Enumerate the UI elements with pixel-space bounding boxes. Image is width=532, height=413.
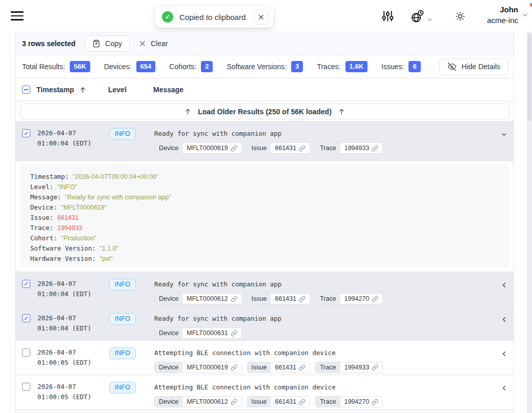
column-header-level[interactable]: Level xyxy=(108,86,153,94)
close-icon xyxy=(258,14,264,20)
link-icon xyxy=(372,145,378,152)
device-chip[interactable]: DeviceMFLT0000612 xyxy=(154,293,242,304)
hamburger-menu-icon[interactable] xyxy=(11,11,24,20)
globe-clock-icon xyxy=(411,10,425,23)
link-icon xyxy=(231,330,237,337)
device-chip[interactable]: DeviceMFLT0000619 xyxy=(154,142,242,154)
load-older-container: Load Older Results (250 of 56K loaded) xyxy=(16,101,514,121)
stat-badge: 2 xyxy=(201,61,213,72)
column-header-message[interactable]: Message xyxy=(153,86,507,94)
top-bar: ✓ Copied to clipboard. xyxy=(0,0,532,32)
row-checkbox[interactable]: ✓ xyxy=(22,280,30,288)
stat-software-versions: Software Versions: 3 xyxy=(227,61,303,72)
toast-close-button[interactable] xyxy=(254,10,269,25)
timezone-selector[interactable] xyxy=(411,10,433,23)
check-circle-icon: ✓ xyxy=(162,11,173,23)
stat-badge: 1.6K xyxy=(345,61,367,72)
row-checkbox[interactable] xyxy=(22,348,30,357)
column-header-timestamp[interactable]: Timestamp xyxy=(36,86,108,94)
detail-line: Issue: 661431 xyxy=(30,213,499,223)
row-timestamp: 2026-04-0701:00:04 (EDT) xyxy=(37,279,109,306)
copy-button[interactable]: Copy xyxy=(85,35,130,52)
chip-row: DeviceMFLT0000631 xyxy=(154,327,497,339)
link-icon xyxy=(231,296,237,302)
chevron-left-icon xyxy=(500,350,508,358)
row-timestamp: 2026-04-0701:00:04 (EDT) xyxy=(37,313,109,340)
table-row[interactable]: ✓ 2026-04-0701:00:04 (EDT) INFO Ready fo… xyxy=(16,272,514,306)
arrow-up-icon xyxy=(184,108,192,115)
load-older-results-button[interactable]: Load Older Results (250 of 56K loaded) xyxy=(20,104,509,119)
detail-line: Device: "MFLT0000619" xyxy=(30,202,499,213)
link-icon xyxy=(231,145,237,152)
hide-details-button[interactable]: Hide Details xyxy=(439,58,508,75)
link-icon xyxy=(299,364,305,371)
log-message: Ready for sync with companion app xyxy=(154,128,497,138)
trace-chip[interactable]: Trace1994933 xyxy=(315,362,383,373)
device-chip[interactable]: DeviceMFLT0000619 xyxy=(154,362,242,373)
table-row[interactable]: ✓ 2026-04-0701:00:04 (EDT) INFO Ready fo… xyxy=(16,306,514,340)
user-menu[interactable]: John acme-inc xyxy=(487,5,529,25)
sort-ascending-icon xyxy=(79,86,87,94)
device-chip[interactable]: DeviceMFLT0000612 xyxy=(154,396,242,407)
detail-line: Hardware Version: "pvt" xyxy=(30,254,499,264)
table-row[interactable]: 2026-04-0701:00:05 (EDT) INFO Attempting… xyxy=(16,340,514,375)
level-badge: INFO xyxy=(109,382,136,394)
detail-line: Level: "INFO" xyxy=(30,182,499,192)
stat-total-results: Total Results: 56K xyxy=(22,61,90,72)
trace-chip[interactable]: Trace1994270 xyxy=(315,396,383,407)
log-message: Ready for sync with companion app xyxy=(154,313,497,323)
issue-chip[interactable]: Issue661431 xyxy=(247,142,311,154)
detail-line: Trace: 1994933 xyxy=(30,223,499,233)
expand-row-button[interactable] xyxy=(497,279,510,306)
select-all-checkbox[interactable] xyxy=(22,86,30,94)
issue-chip[interactable]: Issue661431 xyxy=(247,396,311,407)
issue-chip[interactable]: Issue661431 xyxy=(247,362,311,373)
table-row[interactable]: 2026-04-0701:00:05 (EDT) INFO Attempting… xyxy=(16,375,514,409)
chevron-left-icon xyxy=(500,316,508,323)
row-checkbox[interactable]: ✓ xyxy=(22,129,30,137)
clipboard-icon xyxy=(92,39,100,48)
issue-chip[interactable]: Issue661431 xyxy=(247,293,311,304)
vertical-scrollbar[interactable] xyxy=(527,32,532,413)
collapse-row-button[interactable] xyxy=(497,128,510,161)
results-stats-bar: Total Results: 56K Devices: 654 Cohorts:… xyxy=(16,55,514,78)
row-checkbox[interactable]: ✓ xyxy=(22,314,30,322)
chevron-down-icon xyxy=(500,131,508,138)
expand-row-button[interactable] xyxy=(497,382,510,409)
device-chip[interactable]: DeviceMFLT0000631 xyxy=(154,327,242,339)
scrollbar-thumb[interactable] xyxy=(527,34,531,121)
row-checkbox[interactable] xyxy=(22,383,30,391)
toast-message: Copied to clipboard. xyxy=(179,13,248,22)
theme-toggle[interactable] xyxy=(455,11,466,22)
link-icon xyxy=(299,296,305,302)
detail-line: Message: "Ready for sync with companion … xyxy=(30,192,499,202)
rows-selected-count: 3 rows selected xyxy=(22,39,75,48)
expand-row-button[interactable] xyxy=(497,347,510,375)
stat-badge: 6 xyxy=(408,61,420,72)
link-icon xyxy=(372,399,378,405)
trace-chip[interactable]: Trace1994270 xyxy=(315,293,383,304)
user-org: acme-inc xyxy=(487,15,518,26)
table-header: Timestamp Level Message xyxy=(16,78,514,101)
close-icon xyxy=(139,40,146,47)
stat-issues: Issues: 6 xyxy=(381,61,421,72)
detail-line: Cohort: "Production" xyxy=(30,233,499,243)
stat-badge: 56K xyxy=(70,61,90,72)
eye-off-icon xyxy=(447,62,457,71)
stat-traces: Traces: 1.6K xyxy=(317,61,367,72)
chevron-down-icon xyxy=(521,11,529,19)
level-badge: INFO xyxy=(109,347,136,359)
link-icon xyxy=(372,364,378,371)
trace-chip[interactable]: Trace1994933 xyxy=(315,142,383,154)
log-message: Ready for sync with companion app xyxy=(154,279,497,288)
clear-selection-button[interactable]: Clear xyxy=(139,39,168,48)
expand-row-button[interactable] xyxy=(497,313,510,340)
table-row[interactable]: ✓ 2026-04-0701:00:04 (EDT) INFO Ready fo… xyxy=(16,121,514,161)
chip-row: DeviceMFLT0000612 Issue661431 Trace19942… xyxy=(154,293,497,304)
chevron-down-icon xyxy=(426,16,433,23)
next-row-partial xyxy=(16,409,514,413)
chip-row: DeviceMFLT0000612 Issue661431 Trace19942… xyxy=(154,396,497,407)
equalizer-icon[interactable] xyxy=(381,10,394,23)
toast-notification: ✓ Copied to clipboard. xyxy=(155,6,273,28)
sun-icon xyxy=(455,11,466,22)
